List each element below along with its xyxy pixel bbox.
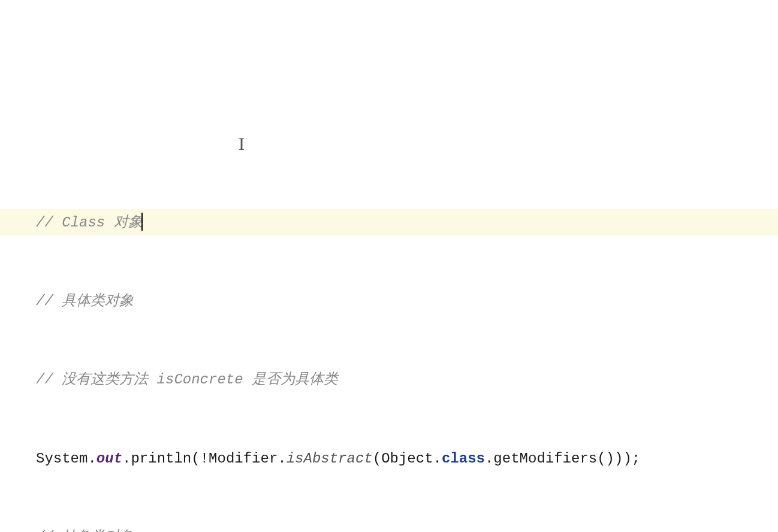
code-token: .println(!Modifier. bbox=[122, 446, 287, 472]
code-line[interactable]: // 没有这类方法 isConcrete 是否为具体类 bbox=[0, 367, 778, 393]
code-token: class bbox=[442, 446, 485, 472]
code-token: isAbstract bbox=[287, 446, 373, 472]
code-token: out bbox=[97, 446, 122, 472]
code-editor[interactable]: I // Class 对象 // 具体类对象 // 没有这类方法 isConcr… bbox=[0, 105, 778, 532]
code-line[interactable]: // 具体类对象 bbox=[0, 288, 778, 315]
code-line[interactable]: System.out.println(!Modifier.isAbstract(… bbox=[0, 445, 778, 471]
comment-text: // Class 对象 bbox=[36, 210, 143, 236]
code-token: System. bbox=[36, 446, 97, 472]
comment-text: // 具体类对象 bbox=[36, 288, 134, 315]
text-cursor-icon: I bbox=[239, 128, 245, 161]
blinking-cursor bbox=[141, 213, 143, 231]
code-token: .getModifiers())); bbox=[485, 446, 640, 472]
comment-text: // 没有这类方法 isConcrete 是否为具体类 bbox=[36, 367, 338, 393]
code-line[interactable]: // 抽象类对象 bbox=[0, 524, 778, 532]
code-token: (Object. bbox=[373, 446, 442, 472]
comment-text: // 抽象类对象 bbox=[36, 524, 134, 532]
code-line[interactable]: // Class 对象 bbox=[0, 209, 778, 235]
